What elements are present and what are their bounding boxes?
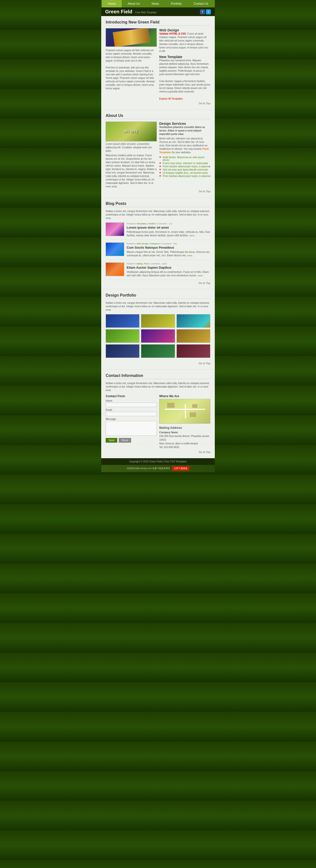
new-template-title: New Template <box>159 55 210 59</box>
reset-button[interactable]: Reset <box>119 438 131 443</box>
mailing-address: Mailing Address Company Name 149-260 Dui… <box>159 426 210 449</box>
blog-tag[interactable]: Templates, Freebie <box>137 222 155 225</box>
form-buttons: Send Reset <box>106 438 157 443</box>
bullet-item: Nulla facilisi. Maecenas ac odio ipsum d… <box>159 156 210 162</box>
bullet-link[interactable]: Prom facilisis ullamcorper turpis, in pl… <box>163 165 210 168</box>
blog-go-top[interactable]: Go to Top <box>106 280 210 285</box>
bullet-item: Prom facilisis ullamcorper turpis, in pl… <box>159 165 210 168</box>
download-button[interactable]: 立即下载模板 <box>172 466 189 471</box>
twitter-icon[interactable]: t <box>206 9 211 14</box>
footer-text: Copyright © 2010 Green Field | Free CSS … <box>129 460 187 463</box>
about-caption: Lorem ipsum dolor sit amet, consectetur … <box>106 142 157 153</box>
web-design-title: Web Design <box>159 28 210 32</box>
send-button[interactable]: Send <box>106 438 117 443</box>
bullet-link[interactable]: Ut tristique sagittis arcu, vel laoreet … <box>163 172 208 174</box>
design-services-title: Design Services <box>159 122 210 126</box>
address-text: 149-260 Duis lacinia dictum, Phasellus a… <box>159 434 210 442</box>
bullet-link[interactable]: Sed vel justo quis ligula blandit commod… <box>163 168 208 171</box>
intro-left: Praesent rutrum augue vel felis vehicula… <box>106 28 157 100</box>
blog-meta-3: Posted in Media, Print | Comment - 1024 <box>127 262 210 265</box>
site-subtitle: Free Web Template <box>135 11 156 14</box>
blog-post-text-2: Mauris congue felis at nisi. Donec felis… <box>127 250 210 257</box>
intro-right: Web Design Validate XHTML & CSS. Fusce s… <box>159 28 210 100</box>
nav-about[interactable]: About Us <box>122 0 146 7</box>
blog-more-3[interactable]: more... <box>198 274 204 277</box>
blog-post-3: Posted in Media, Print | Comment - 1024 … <box>106 260 210 280</box>
site-title: Green Field <box>105 9 132 14</box>
about-go-top[interactable]: Go to Top <box>106 188 210 193</box>
portfolio-item-4[interactable] <box>106 329 139 343</box>
about-grid: MY SITE Lorem ipsum dolor sit amet, cons… <box>106 122 210 188</box>
portfolio-go-top[interactable]: Go to Top <box>106 360 210 365</box>
contact-person: Nam rhoncus, diam a mollis tempor <box>159 442 210 445</box>
blog-post-title-1[interactable]: Lorem ipsum dolor sit amet <box>127 226 210 229</box>
blog-post-title-2[interactable]: Cum Sociis Natoque Penatibus <box>127 246 210 249</box>
main-nav: Home About Us News Portfolio Contact Us <box>0 0 316 7</box>
portfolio-item-7[interactable] <box>106 344 139 358</box>
blog-section: Blog Posts Nullam a tortor est, congue f… <box>101 197 215 289</box>
portfolio-item-8[interactable] <box>141 344 175 358</box>
intro-section: Introducing New Green Field Praesent rut… <box>101 16 215 110</box>
contact-tel: Tel: 010-050-9620 <box>159 445 210 449</box>
nav-portfolio[interactable]: Portfolio <box>165 0 188 7</box>
bullet-link[interactable]: Nulla facilisi. Maecenas ac odio ipsum d… <box>163 156 204 161</box>
bullet-item: Prom facilisis ullamcorper turpis, in pl… <box>159 175 210 178</box>
portfolio-item-9[interactable] <box>177 344 210 358</box>
blog-post-1: Posted in Templates, Freebie | Comment -… <box>106 220 210 240</box>
portfolio-intro: Nullam a tortor est, congue fermentum ni… <box>106 301 210 312</box>
intro-left-text2: Feel free to download, edit and use this… <box>106 66 157 90</box>
where-label: Where We Are <box>159 395 210 398</box>
portfolio-item-6[interactable] <box>177 329 210 343</box>
design-services-text: Vestibulum pharetra convallis libero ac … <box>159 126 210 136</box>
email-input[interactable] <box>106 412 157 416</box>
facebook-icon[interactable]: f <box>200 9 205 14</box>
web-design-text: Validate XHTML & CSS. Fusce sit amet tri… <box>159 32 210 53</box>
blog-thumb-2 <box>106 243 124 256</box>
contact-right: Where We Are Mailing Address Company Nam… <box>159 395 210 449</box>
intro-title: Introducing New Green Field <box>106 20 210 26</box>
portfolio-item-5[interactable] <box>141 329 175 343</box>
company-name: Company Name <box>159 431 210 434</box>
name-label: Name: <box>106 399 157 402</box>
contact-go-top[interactable]: Go to Top <box>106 449 210 454</box>
message-textarea[interactable] <box>106 421 157 436</box>
bottom-banner: 访问[社区]bbs.feniao.com 免费下载更多网页 立即下载模板 <box>101 465 215 472</box>
blog-more-2[interactable]: more... <box>187 254 194 257</box>
blog-post-title-3[interactable]: Etiam Auctor Sapien Dapibus <box>127 266 210 269</box>
portfolio-item-2[interactable] <box>141 314 175 328</box>
contact-form: Contact Form Name: Email: Message: Send … <box>106 395 157 449</box>
email-label: Email: <box>106 408 157 411</box>
portfolio-item-1[interactable] <box>106 314 139 328</box>
blog-tag[interactable]: Web Design, Freelance <box>137 243 160 245</box>
bullet-link[interactable]: Fusce risus tortor, interdum in malesuad… <box>163 162 208 165</box>
blog-thumb-1 <box>106 222 124 236</box>
message-label: Message: <box>106 418 157 421</box>
blog-intro: Nullam a tortor est, congue fermentum ni… <box>106 210 210 220</box>
new-template-text2: Cras laoreet, magna a fermentum facilisi… <box>159 80 210 93</box>
new-template-text: Phasellus nec hendrerit enim. Aliquam pl… <box>159 59 210 76</box>
name-input[interactable] <box>106 403 157 407</box>
site-title-area: Green Field Free Web Template <box>105 9 156 14</box>
main-wrapper: Introducing New Green Field Praesent rut… <box>101 16 215 472</box>
explore-link[interactable]: Explore All Templates <box>159 97 183 100</box>
blog-tag[interactable]: Media, Print <box>137 262 148 265</box>
portfolio-item-3[interactable] <box>177 314 210 328</box>
contact-title: Contact Information <box>106 373 210 379</box>
blog-more-1[interactable]: more... <box>189 234 196 237</box>
bullet-item: Ut tristique sagittis arcu, vel laoreet … <box>159 171 210 175</box>
about-image: MY SITE <box>106 122 157 142</box>
bullet-link[interactable]: Prom facilisis ullamcorper turpis, in pl… <box>163 175 210 178</box>
portfolio-title: Design Portfolio <box>106 293 210 299</box>
bullet-item: Fusce risus tortor, interdum in malesuad… <box>159 162 210 165</box>
nav-news[interactable]: News <box>146 0 165 7</box>
about-bullets: Nulla facilisi. Maecenas ac odio ipsum d… <box>159 156 210 178</box>
blog-thumb-3 <box>106 262 124 276</box>
blog-post-text-3: Vestibulum adipiscing tempus elit eu con… <box>127 270 210 277</box>
intro-go-top[interactable]: Go to Top <box>106 100 210 105</box>
nav-home[interactable]: Home <box>102 0 122 7</box>
contact-form-title: Contact Form <box>106 395 157 398</box>
mailing-title: Mailing Address <box>159 426 210 430</box>
blog-post-2: Posted in Web Design, Freelance | Commen… <box>106 240 210 260</box>
nav-contact[interactable]: Contact Us <box>188 0 214 7</box>
intro-left-text1: Praesent rutrum augue vel felis vehicula… <box>106 49 157 63</box>
